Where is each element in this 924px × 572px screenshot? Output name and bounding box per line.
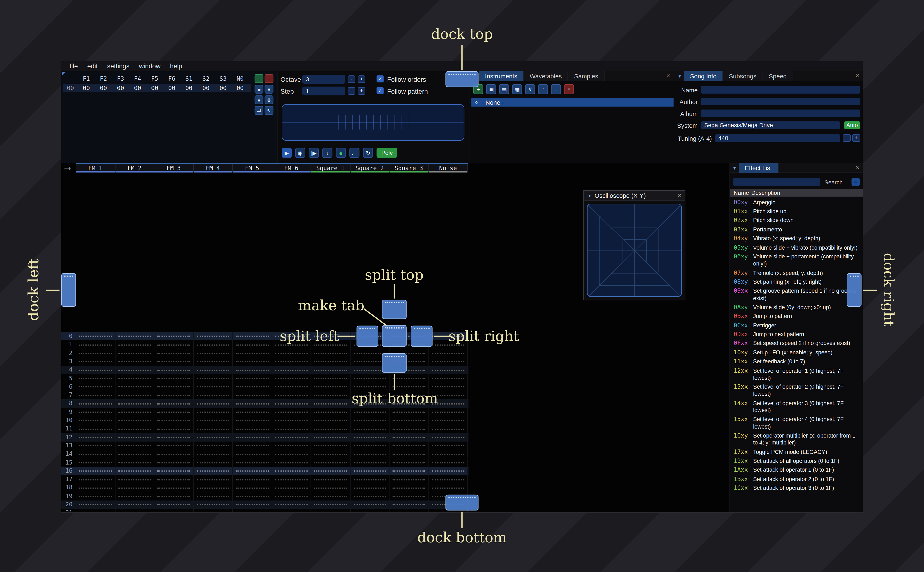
tuning-input[interactable]: 440 [715, 134, 840, 142]
effect-row-13xx[interactable]: 13xxSet level of operator 2 (0 highest, … [730, 382, 863, 399]
pattern-cell[interactable] [272, 433, 311, 441]
pattern-cell[interactable] [311, 366, 350, 374]
pattern-cell[interactable] [154, 382, 193, 391]
pattern-cell[interactable] [76, 399, 115, 408]
pattern-cell[interactable] [154, 416, 193, 424]
pattern-cell[interactable] [429, 349, 468, 357]
instruments-close-icon[interactable]: × [664, 72, 673, 79]
pattern-cell[interactable] [233, 458, 272, 466]
pattern-cell[interactable] [154, 399, 193, 408]
pattern-cell[interactable] [429, 467, 468, 475]
pattern-cell[interactable] [390, 441, 429, 450]
open-instrument-button[interactable]: ▤ [499, 84, 509, 94]
pattern-cell[interactable] [193, 399, 233, 408]
pattern-cell[interactable] [390, 433, 429, 441]
effect-row-0Dxx[interactable]: 0DxxJump to next pattern [730, 330, 863, 339]
pattern-cell[interactable] [429, 475, 468, 483]
pattern-cell[interactable] [311, 349, 350, 357]
pattern-cell[interactable] [233, 332, 272, 340]
order-cell-n0[interactable]: 00 [232, 84, 249, 91]
effect-row-1Bxx[interactable]: 1BxxSet attack of operator 2 (0 to 1F) [730, 474, 863, 483]
pattern-cell[interactable] [154, 441, 193, 450]
pattern-cell[interactable] [233, 475, 272, 483]
pattern-cell[interactable] [272, 492, 311, 500]
effect-row-06xy[interactable]: 06xyVolume slide + portamento (compatibi… [730, 252, 863, 269]
pattern-cell[interactable] [76, 332, 115, 340]
pattern-cell[interactable] [76, 357, 115, 366]
pattern-cell[interactable] [390, 509, 429, 513]
pattern-cell[interactable] [115, 366, 154, 374]
pattern-cell[interactable] [193, 500, 233, 509]
pattern-cell[interactable] [233, 500, 272, 509]
duplicate-order-button[interactable]: ▣ [255, 85, 263, 94]
effect-row-10xy[interactable]: 10xySetup LFO (x: enable; y: speed) [730, 348, 863, 357]
pattern-cell[interactable] [193, 441, 233, 450]
song-album-input[interactable] [701, 110, 860, 117]
pattern-cell[interactable] [193, 374, 233, 382]
pattern-cell[interactable] [233, 408, 272, 416]
dock-target-bottom[interactable] [446, 495, 478, 511]
pattern-cell[interactable] [350, 441, 390, 450]
pattern-cell[interactable] [272, 374, 311, 382]
pattern-cell[interactable] [390, 374, 429, 382]
pattern-cell[interactable] [272, 500, 311, 509]
pattern-cell[interactable] [193, 458, 233, 466]
pattern-cell[interactable] [272, 467, 311, 475]
song-author-input[interactable] [701, 98, 860, 106]
pattern-cell[interactable] [115, 450, 154, 458]
pattern-cell[interactable] [272, 408, 311, 416]
pattern-cell[interactable] [350, 500, 390, 509]
effect-row-19xx[interactable]: 19xxSet attack of all operators (0 to 1F… [730, 457, 863, 466]
menu-item-window[interactable]: window [134, 62, 165, 70]
pattern-cell[interactable] [272, 450, 311, 458]
pattern-cell[interactable] [311, 483, 350, 492]
move-order-up-button[interactable]: ∧ [265, 85, 273, 94]
pattern-cell[interactable] [272, 391, 311, 399]
pattern-cell[interactable] [115, 408, 154, 416]
song-name-input[interactable] [701, 86, 860, 94]
effect-row-0Cxx[interactable]: 0CxxRetrigger [730, 321, 863, 330]
tab-subsongs[interactable]: Subsongs [723, 71, 763, 81]
pattern-cell[interactable] [76, 433, 115, 441]
effect-row-14xx[interactable]: 14xxSet level of operator 3 (0 highest, … [730, 399, 863, 415]
pattern-cell[interactable] [311, 408, 350, 416]
pattern-cell[interactable] [429, 483, 468, 492]
channel-header-noise[interactable]: Noise [429, 164, 468, 173]
pattern-cell[interactable] [429, 382, 468, 391]
pattern-cell[interactable] [272, 399, 311, 408]
pattern-cell[interactable] [233, 382, 272, 391]
effect-row-09xx[interactable]: 09xxSet groove pattern (speed 1 if no gr… [730, 287, 863, 303]
effect-row-00xy[interactable]: 00xyArpeggio [730, 198, 863, 207]
pattern-cell[interactable] [154, 349, 193, 357]
pattern-cell[interactable] [272, 441, 311, 450]
pattern-cell[interactable] [350, 433, 390, 441]
split-target-right[interactable] [411, 325, 433, 347]
pattern-cell[interactable] [193, 475, 233, 483]
play-button[interactable]: ▶ [282, 148, 292, 158]
follow-pattern-checkbox[interactable]: ✓ [377, 87, 384, 94]
piano-widget[interactable] [282, 104, 464, 141]
pattern-cell[interactable] [311, 467, 350, 475]
stop-button[interactable]: ◉ [295, 148, 305, 158]
order-cell-s3[interactable]: 00 [215, 84, 232, 91]
move-order-down-button[interactable]: ∨ [255, 95, 263, 104]
menu-item-file[interactable]: file [65, 62, 83, 70]
tab-effect-list[interactable]: Effect List [739, 163, 778, 173]
pattern-cell[interactable] [350, 475, 390, 483]
step-one-row-button[interactable]: ↓ [323, 148, 332, 158]
pattern-cell[interactable] [311, 374, 350, 382]
order-cell-f2[interactable]: 00 [95, 84, 112, 91]
pattern-cell[interactable] [233, 450, 272, 458]
effect-row-15xx[interactable]: 15xxSet level of operator 4 (0 highest, … [730, 415, 863, 431]
pattern-cell[interactable] [154, 357, 193, 366]
order-cell-f4[interactable]: 00 [129, 84, 146, 91]
edit-toggle-button[interactable]: ● [336, 148, 346, 158]
split-target-bottom[interactable] [382, 353, 407, 373]
move-instrument-up-button[interactable]: ↑ [538, 84, 548, 94]
pattern-cell[interactable] [390, 500, 429, 509]
pattern-cell[interactable] [193, 450, 233, 458]
pattern-cell[interactable] [115, 349, 154, 357]
pattern-cell[interactable] [76, 475, 115, 483]
pattern-cell[interactable] [193, 391, 233, 399]
dock-target-right[interactable] [847, 273, 862, 307]
